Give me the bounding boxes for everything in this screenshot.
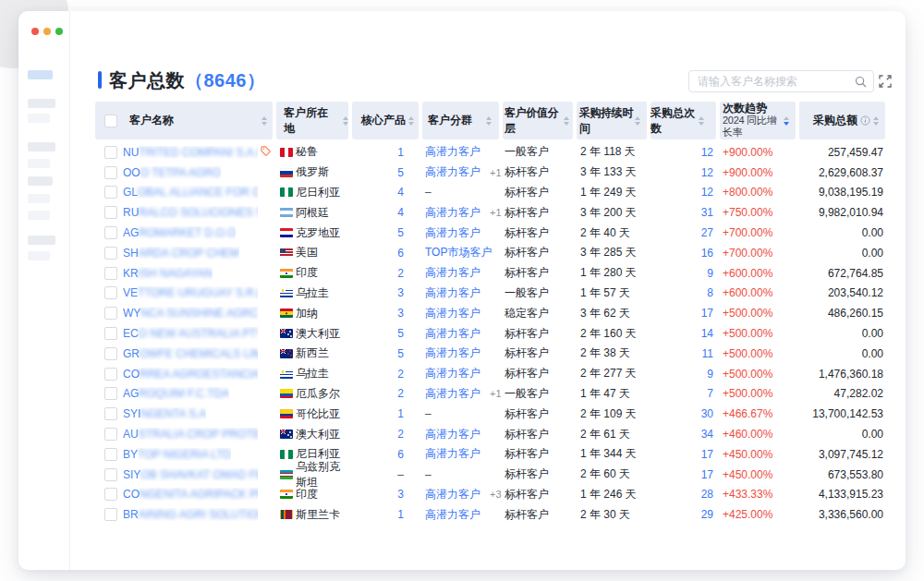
segment-link[interactable]: 高潜力客户	[425, 386, 480, 402]
customer-name-link[interactable]: VETTORE URUGUAY S.R.L	[123, 286, 258, 299]
row-checkbox[interactable]	[104, 307, 117, 320]
column-header-location[interactable]: 客户所在地	[276, 102, 348, 139]
segment-link[interactable]: –	[425, 468, 432, 481]
table-row[interactable]: CONGENITA AGRIPACK PRIVATE E ... 印度 3 高潜…	[95, 485, 885, 505]
row-checkbox[interactable]	[104, 468, 117, 481]
row-checkbox[interactable]	[104, 508, 117, 521]
core-products-count[interactable]: 1	[397, 407, 404, 420]
segment-link[interactable]: 高潜力客户	[425, 487, 480, 502]
core-products-count[interactable]: 5	[397, 226, 404, 239]
core-products-count[interactable]: 2	[397, 368, 404, 381]
segment-link[interactable]: 高潜力客户	[425, 144, 480, 160]
customer-name-link[interactable]: WYNCA SUNSHINE AGRC PRODU...	[123, 307, 258, 320]
core-products-count[interactable]: 3	[397, 307, 404, 320]
table-row[interactable]: WYNCA SUNSHINE AGRC PRODU... 加纳 3 高潜力客户 …	[95, 303, 885, 323]
purchase-count-link[interactable]: 12	[701, 166, 713, 179]
segment-link[interactable]: 高潜力客户	[425, 306, 480, 321]
table-row[interactable]: GROWFE CHEMICALS LIMITED 新西兰 5 高潜力客户 标杆客…	[95, 344, 885, 364]
column-header-tier[interactable]: 客户价值分层	[503, 102, 573, 139]
segment-link[interactable]: 高潜力客户	[425, 507, 480, 523]
sort-icon[interactable]	[635, 116, 640, 126]
search-input[interactable]	[696, 74, 855, 89]
core-products-count[interactable]: 2	[397, 267, 404, 280]
core-products-count[interactable]: 4	[397, 206, 404, 219]
segment-link[interactable]: 高潜力客户	[425, 446, 480, 462]
segment-link[interactable]: 高潜力客户	[425, 205, 480, 221]
table-row[interactable]: SHARDA CROP CHEM 美国 6 TOP市场客户 标杆客户 3 年 2…	[95, 243, 885, 263]
sort-icon[interactable]	[486, 116, 492, 126]
row-checkbox[interactable]	[104, 387, 117, 400]
table-row[interactable]: RURALCO SOLUCIONES S.A 阿根廷 4 高潜力客户 +1 标杆…	[95, 202, 885, 223]
sort-icon[interactable]	[564, 116, 569, 126]
segment-link[interactable]: –	[425, 407, 432, 420]
core-products-count[interactable]: 5	[397, 327, 404, 340]
purchase-count-link[interactable]: 9	[707, 368, 713, 381]
select-all-checkbox[interactable]	[104, 115, 117, 127]
core-products-count[interactable]: 6	[397, 247, 404, 260]
purchase-count-link[interactable]: 29	[701, 508, 713, 521]
sort-icon[interactable]	[261, 116, 267, 126]
column-header-amount[interactable]: 采购总额	[799, 102, 885, 139]
core-products-count[interactable]: 5	[397, 347, 404, 360]
row-checkbox[interactable]	[104, 166, 117, 179]
purchase-count-link[interactable]: 9	[707, 267, 713, 280]
customer-name-link[interactable]: NUTRITED COMPANI S.A.C	[123, 146, 258, 159]
segment-link[interactable]: 高潜力客户	[425, 265, 480, 281]
segment-link[interactable]: –	[425, 186, 432, 199]
core-products-count[interactable]: 4	[397, 186, 404, 199]
customer-name-link[interactable]: AGROQUIM F.C.TDA	[123, 387, 229, 400]
row-checkbox[interactable]	[104, 247, 117, 260]
customer-name-link[interactable]: AGROMARKET D.O.O	[123, 226, 236, 239]
customer-name-link[interactable]: GROWFE CHEMICALS LIMITED	[123, 347, 258, 360]
table-row[interactable]: KRISH NAGAYAN 印度 2 高潜力客户 标杆客户 1 年 280 天 …	[95, 263, 885, 284]
table-row[interactable]: BYTOP NIGERIA LTD 尼日利亚 6 高潜力客户 标杆客户 1 年 …	[95, 444, 885, 465]
row-checkbox[interactable]	[104, 488, 117, 501]
purchase-count-link[interactable]: 11	[702, 347, 713, 360]
customer-name-link[interactable]: CORREA AGROESTANCIA AL JARO R...	[123, 368, 258, 381]
row-checkbox[interactable]	[104, 146, 117, 159]
core-products-count[interactable]: 2	[397, 428, 404, 441]
sort-icon[interactable]	[873, 116, 879, 126]
segment-link[interactable]: 高潜力客户	[425, 345, 480, 361]
customer-name-link[interactable]: AUSTRALIA CROP PROTECTION P...	[123, 428, 258, 441]
customer-name-link[interactable]: RURALCO SOLUCIONES S.A	[123, 206, 258, 219]
search-box[interactable]	[688, 70, 874, 92]
customer-name-link[interactable]: CONGENITA AGRIPACK PRIVATE E ...	[123, 488, 258, 501]
purchase-count-link[interactable]: 16	[701, 247, 713, 260]
purchase-count-link[interactable]: 17	[701, 468, 713, 481]
purchase-count-link[interactable]: 17	[701, 307, 713, 320]
customer-name-link[interactable]: GLOBAL ALLIANCE FOR CHEMICA...	[123, 186, 258, 199]
info-icon[interactable]	[860, 115, 870, 126]
table-row[interactable]: SYINGENTA S.A 哥伦比亚 1 – 标杆客户 2 年 109 天 30…	[95, 404, 885, 424]
table-row[interactable]: SIYOB SHAVKAT OMAD FERMER X... 乌兹别克斯坦 – …	[95, 465, 885, 485]
purchase-count-link[interactable]: 12	[701, 186, 713, 199]
purchase-count-link[interactable]: 8	[707, 286, 713, 299]
purchase-count-link[interactable]: 31	[701, 206, 713, 219]
column-header-products[interactable]: 核心产品	[352, 102, 419, 139]
customer-name-link[interactable]: SYINGENTA S.A	[123, 407, 206, 420]
segment-link[interactable]: 高潜力客户	[425, 285, 480, 301]
purchase-count-link[interactable]: 7	[707, 387, 713, 400]
purchase-count-link[interactable]: 28	[701, 488, 713, 501]
purchase-count-link[interactable]: 14	[701, 327, 713, 340]
customer-name-link[interactable]: OOO TETPA AGRO	[123, 166, 221, 179]
core-products-count[interactable]: 1	[397, 146, 404, 159]
row-checkbox[interactable]	[104, 226, 117, 239]
segment-link[interactable]: 高潜力客户	[425, 366, 480, 381]
sort-icon[interactable]	[343, 116, 348, 126]
column-header-name[interactable]: 客户名称	[95, 102, 273, 139]
row-checkbox[interactable]	[104, 206, 117, 219]
row-checkbox[interactable]	[104, 186, 117, 199]
search-icon[interactable]	[855, 76, 867, 88]
row-checkbox[interactable]	[104, 428, 117, 441]
row-checkbox[interactable]	[104, 286, 117, 299]
purchase-count-link[interactable]: 12	[701, 146, 713, 159]
customer-name-link[interactable]: SHARDA CROP CHEM	[123, 247, 239, 260]
table-row[interactable]: VETTORE URUGUAY S.R.L 乌拉圭 3 高潜力客户 一般客户 1…	[95, 284, 885, 304]
purchase-count-link[interactable]: 34	[701, 428, 713, 441]
customer-name-link[interactable]: KRISH NAGAYAN	[123, 267, 213, 280]
row-checkbox[interactable]	[104, 347, 117, 360]
core-products-count[interactable]: 1	[397, 508, 404, 521]
table-row[interactable]: AGROQUIM F.C.TDA 厄瓜多尔 2 高潜力客户 +1 一般客户 1 …	[95, 384, 885, 405]
table-row[interactable]: CORREA AGROESTANCIA AL JARO R... 乌拉圭 2 高…	[95, 364, 885, 384]
